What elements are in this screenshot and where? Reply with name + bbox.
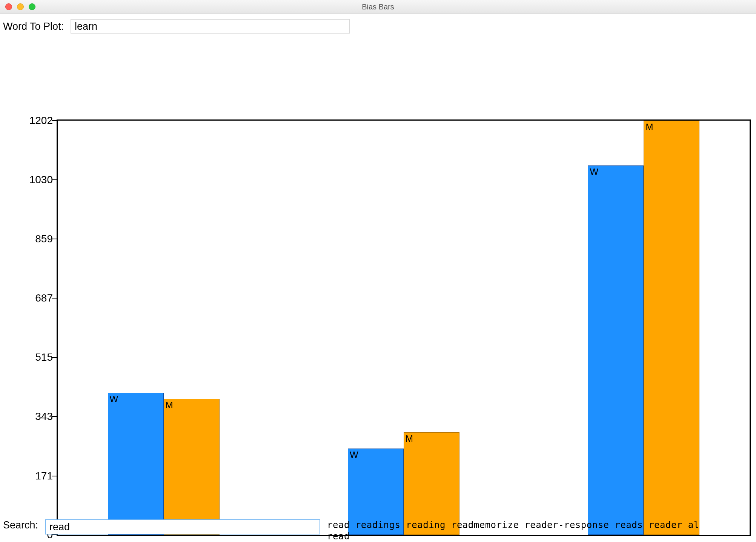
bar-series-label: W (590, 167, 598, 177)
window-title: Bias Bars (0, 3, 756, 11)
bar-series-label: M (166, 400, 173, 410)
y-tick-label: 343 (21, 410, 53, 423)
close-icon[interactable] (5, 3, 12, 10)
y-tick-mark (52, 476, 57, 476)
search-input[interactable] (45, 519, 320, 534)
bar-series-label: W (350, 450, 358, 460)
y-tick-label: 171 (21, 470, 53, 482)
bar-series-label: M (645, 122, 653, 132)
y-tick-mark (52, 179, 57, 180)
y-tick-mark (52, 416, 57, 417)
y-tick-label: 1202 (21, 115, 53, 127)
word-to-plot-row: Word To Plot: (0, 14, 756, 37)
word-to-plot-input[interactable] (71, 19, 350, 34)
y-tick-label: 859 (21, 233, 53, 245)
bar-series-label: W (110, 394, 118, 404)
word-to-plot-label: Word To Plot: (3, 21, 64, 32)
bar-m-0: M (164, 399, 220, 535)
bar-w-0: W (108, 393, 164, 535)
maximize-icon[interactable] (29, 3, 35, 10)
y-tick-label: 515 (21, 351, 53, 363)
search-results-line: read readings reading readmemorize reade… (327, 519, 701, 542)
traffic-lights (5, 3, 35, 10)
y-tick-mark (52, 239, 57, 239)
bar-m-2: M (644, 121, 699, 535)
y-tick-mark (52, 357, 57, 358)
minimize-icon[interactable] (17, 3, 24, 10)
bar-w-2: W (588, 165, 644, 535)
y-tick-mark (52, 120, 57, 121)
window-titlebar: Bias Bars (0, 0, 756, 14)
search-results: read readings reading readmemorize reade… (327, 519, 701, 542)
bar-series-label: M (406, 433, 413, 444)
search-label: Search: (3, 519, 38, 531)
search-row: Search: read readings reading readmemori… (3, 519, 701, 542)
y-tick-label: 1030 (21, 174, 53, 186)
y-tick-mark (52, 298, 57, 299)
y-tick-label: 687 (21, 292, 53, 304)
